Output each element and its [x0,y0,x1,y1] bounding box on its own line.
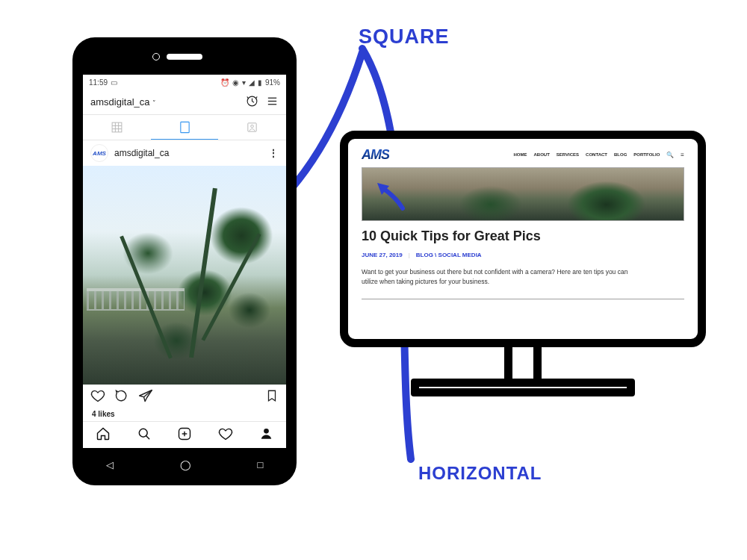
photo-bridge [87,288,185,311]
tab-tagged[interactable] [218,115,286,140]
site-logo[interactable]: AMS [362,147,389,163]
desktop-monitor-frame: AMS HOME ABOUT SERVICES CONTACT BLOG POR… [340,131,706,396]
vibrate-icon: ◉ [232,78,239,87]
post-image-square[interactable] [83,166,286,385]
article-date: JUNE 27, 2019 [362,252,403,258]
article-divider [362,299,684,299]
nav-item-blog[interactable]: BLOG [614,152,627,157]
svg-point-18 [264,429,269,434]
phone-speaker [167,54,202,60]
menu-icon[interactable] [266,95,279,110]
bookmark-icon[interactable] [265,388,279,406]
svg-rect-10 [180,122,188,132]
label-square: SQUARE [359,25,450,49]
status-bar: 11:59 ▭ ⏰ ◉ ▾ ◢ ▮ 91% [83,75,286,90]
tab-feed[interactable] [151,115,219,140]
archive-icon[interactable] [246,95,258,110]
account-switcher[interactable]: amsdigital_ca ˅ [90,96,156,108]
desktop-screen: AMS HOME ABOUT SERVICES CONTACT BLOG POR… [340,131,706,347]
nav-item-portfolio[interactable]: PORTFOLIO [633,152,660,157]
article-excerpt: Want to get your business out there but … [362,267,645,294]
article-meta: JUNE 27, 2019 | BLOG \ SOCIAL MEDIA [362,252,684,258]
post-author[interactable]: amsdigital_ca [114,148,169,158]
android-nav-bar: ◁ ◯ □ [72,452,297,476]
svg-rect-5 [112,122,122,132]
status-time: 11:59 [89,78,108,87]
nav-item-services[interactable]: SERVICES [557,152,579,157]
signal-icon: ◢ [249,78,255,87]
tab-grid[interactable] [83,115,151,140]
battery-icon: ▮ [258,78,262,87]
post-actions [83,385,286,410]
android-recents-icon[interactable]: □ [258,459,264,470]
share-icon[interactable] [138,388,153,406]
hero-image-horizontal [362,167,684,221]
site-topbar: AMS HOME ABOUT SERVICES CONTACT BLOG POR… [362,145,684,164]
phone-device-frame: 11:59 ▭ ⏰ ◉ ▾ ◢ ▮ 91% amsdigital_ca ˅ [72,37,297,485]
status-battery: 91% [265,78,280,87]
svg-point-12 [251,125,254,128]
ig-bottom-nav [83,421,286,448]
comment-icon[interactable] [114,388,129,406]
nav-item-home[interactable]: HOME [514,152,527,157]
wifi-icon: ▾ [242,78,246,87]
chevron-down-icon: ˅ [152,99,156,107]
alarm-icon: ⏰ [220,78,229,87]
post-header: AMS amsdigital_ca ⋮ [83,140,286,166]
hero-annotation-arrow [376,181,406,211]
post-likes[interactable]: 4 likes [83,410,286,421]
phone-screen: 11:59 ▭ ⏰ ◉ ▾ ◢ ▮ 91% amsdigital_ca ˅ [83,75,286,448]
nav-item-contact[interactable]: CONTACT [586,152,607,157]
article-categories[interactable]: BLOG \ SOCIAL MEDIA [416,252,482,258]
site-search-icon[interactable]: 🔍 [666,152,674,158]
nav-search-icon[interactable] [137,426,152,444]
ig-feed-tabs [83,115,286,140]
android-home-icon[interactable]: ◯ [180,459,191,470]
nav-home-icon[interactable] [96,426,111,444]
label-horizontal: HORIZONTAL [418,463,542,484]
phone-camera-dot [152,53,160,60]
nav-activity-icon[interactable] [218,426,233,444]
nav-profile-icon[interactable] [259,426,273,444]
site-nav: HOME ABOUT SERVICES CONTACT BLOG PORTFOL… [514,152,684,158]
like-icon[interactable] [90,388,105,406]
monitor-base [411,379,635,396]
android-back-icon[interactable]: ◁ [106,459,114,470]
post-avatar[interactable]: AMS [90,144,108,162]
article-title: 10 Quick Tips for Great Pics [362,228,684,244]
site-menu-icon[interactable]: ≡ [681,152,684,158]
nav-new-post-icon[interactable] [177,426,192,444]
post-more-icon[interactable]: ⋮ [269,148,279,158]
svg-line-14 [146,435,149,438]
meta-separator: | [409,252,410,258]
monitor-stand [504,346,542,383]
ig-account-header: amsdigital_ca ˅ [83,90,286,115]
nav-item-about[interactable]: ABOUT [534,152,550,157]
